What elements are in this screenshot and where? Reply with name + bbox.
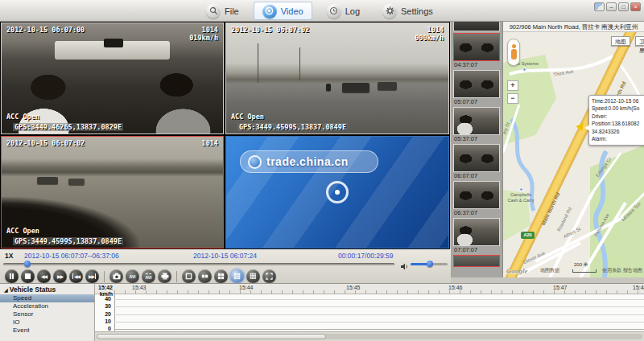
map-scale-label: 200 米 [574,261,588,269]
scrollbar-thumb[interactable] [97,334,326,339]
map-panel: 902/906 Main North Road, 普拉卡 南澳大利亚州 A20 … [502,22,644,277]
ruler-ticks [114,290,644,294]
tab-settings-label: Settings [401,6,433,16]
terms-link[interactable]: 使用条款 [602,267,621,274]
map-zoom-in-button[interactable]: + [507,80,518,91]
log-icon [327,4,341,18]
restore-button[interactable]: □ [618,2,629,11]
chart-horizontal-scrollbar[interactable] [97,334,642,339]
car [378,82,397,90]
thumbnail-partial-selected[interactable] [453,255,500,267]
divider [104,271,105,282]
thumbnail-item[interactable]: 05:07:07 [453,70,500,105]
previous-segment-button[interactable]: ◀◀ [69,269,83,283]
map-zoom-out-button[interactable]: − [507,93,518,104]
time-ruler[interactable]: 15:43 15:44 15:45 15:46 15:47 15:48 [95,284,644,294]
next-segment-button[interactable]: ▶▶ [85,269,99,283]
map-data-label: 地图数据 [540,267,559,274]
report-map-link[interactable]: 报告地图 [623,267,642,274]
status-item-io[interactable]: IO [0,318,94,327]
single-view-button[interactable] [182,269,196,283]
thumbnail-time: 06:07:07 [453,172,500,179]
close-button[interactable]: × [630,2,641,11]
elapsed-total-time: 00:00:17/00:29:59 [338,252,394,260]
seek-handle[interactable] [24,261,31,267]
speed-timeline-chart: 15:43 15:44 15:45 15:46 15:47 15:48 15:4… [95,284,644,341]
video-channel-2[interactable]: 2012-10-15 06:07:02 1014 000km/h ACC Ope… [225,23,449,134]
video-timestamp: 2012-10-15 06:07:02 [6,139,85,147]
status-item-sensor[interactable]: Sensor [0,310,94,318]
y-tick: 20 [95,311,111,317]
seek-bar[interactable] [3,263,394,265]
export-avi-button[interactable]: AVI [126,269,139,283]
map-canvas[interactable]: A20 Third Ave Main North Rd Main North R… [503,32,644,277]
tab-video[interactable]: Video [254,2,312,20]
time-tick: 15:47 [553,285,568,290]
video-channel-3-selected[interactable]: 2012-10-15 06:07:02 1014 ACC Open GPS:34… [1,136,224,249]
car [68,179,85,185]
info-speed: Speed:0.00 km/h(So [592,105,644,112]
status-item-event[interactable]: Event [0,327,94,335]
chart-y-unit: km/h [95,291,113,298]
window-controls: – □ × [594,2,641,11]
thumbnail-image [453,144,500,172]
fast-forward-button[interactable]: ▶▶ [53,269,67,283]
skin-button[interactable] [594,2,605,11]
tab-log[interactable]: Log [319,2,368,20]
map-type-button[interactable]: 地图 [611,36,630,46]
info-alarm: Alarm: [592,135,644,142]
fullscreen-button[interactable] [262,269,276,283]
volume-handle[interactable] [427,261,433,267]
tab-video-label: Video [281,6,303,16]
status-item-speed[interactable]: Speed [0,294,94,302]
clip-avi-button[interactable]: AVI [142,269,155,283]
acc-status: ACC Open [231,113,264,121]
thumbnail-partial[interactable] [453,22,500,31]
nine-view-button[interactable] [230,269,244,283]
time-tick: 15:44 [239,285,254,290]
thumbnail-item[interactable]: 06:37:07 [453,181,500,216]
info-time: Time:2012-10-15 06 [592,97,644,105]
snapshot-camera-button[interactable] [109,269,123,283]
map-scale-bar [572,269,597,273]
clip-time-range: 2012-10-15 06:07:07--06:37:06 [24,252,119,260]
watermark-globe-icon [248,155,262,169]
expander-icon[interactable]: ◢ [4,288,8,293]
thumbnail-item[interactable]: 04:37:07 [453,33,500,68]
rewind-button[interactable]: ◀◀ [37,269,51,283]
thumbnail-item[interactable]: 07:07:07 [453,218,500,253]
print-button[interactable] [158,269,171,283]
file-icon [206,4,221,18]
stop-button[interactable] [21,269,35,283]
status-item-acceleration[interactable]: Acceleration [0,302,94,310]
gridline [114,322,644,323]
video-channel-1[interactable]: 2012-10-15 06:07:00 1014 019km/h ACC Ope… [1,23,224,134]
gridline-zero [114,329,644,330]
segment-thumbnail-strip[interactable]: 04:37:07 05:07:07 05:37:07 06:07:07 06:3… [451,22,502,277]
main-toolbar: File Video Log Settings [198,1,441,21]
acc-status: ACC Open [6,113,39,121]
tab-file[interactable]: File [198,2,247,20]
video-timestamp: 2012-10-15 06:07:00 [6,26,85,34]
gps-overlay: GPS:3449.4626S,13837.0829E [13,123,123,131]
thumbnail-item[interactable]: 05:37:07 [453,107,500,142]
pegman-control[interactable] [507,39,520,66]
time-tick: 15:43 [132,285,147,290]
map-address: 902/906 Main North Road, 普拉卡 南澳大利亚州 [503,22,644,32]
gridline [114,299,644,300]
thumbnail-item[interactable]: 06:07:07 [453,144,500,179]
camera-id: 1014 [427,26,444,34]
minimize-button[interactable]: – [606,2,617,11]
chart-plot-area: 40 30 20 10 0 [95,294,644,332]
tab-settings[interactable]: Settings [374,2,441,20]
dual-view-button[interactable] [198,269,212,283]
watermark: trade.china.cn [240,150,378,173]
quad-view-button[interactable] [214,269,228,283]
info-position-lat: 34.8243326 [592,128,644,135]
info-position: Position:138.618082 [592,120,644,127]
satellite-type-button[interactable]: 卫星 [635,36,644,46]
gps-overlay: GPS:3449.4599S,13837.0849E [13,237,123,245]
pause-button[interactable] [5,269,19,283]
settings-gear-icon [382,4,397,18]
sixteen-view-button[interactable] [246,269,260,283]
